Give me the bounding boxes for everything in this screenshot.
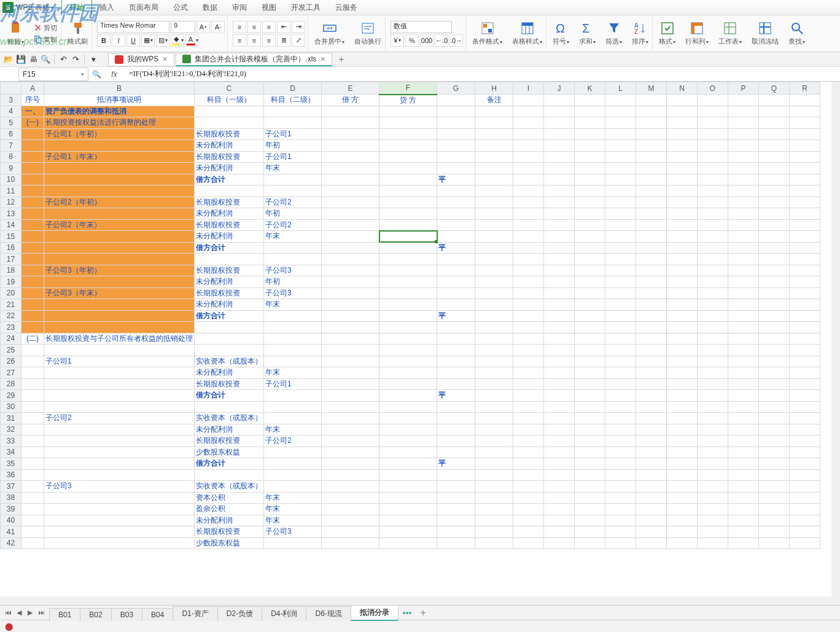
cell-L31[interactable] xyxy=(605,413,636,424)
cell-L20[interactable] xyxy=(605,287,636,299)
cell-E27[interactable] xyxy=(322,367,379,379)
cell-I30[interactable] xyxy=(513,401,544,413)
cell-I5[interactable] xyxy=(513,117,544,129)
cell-F32[interactable] xyxy=(379,424,437,435)
cell-K13[interactable] xyxy=(575,208,605,220)
cell-H18[interactable] xyxy=(475,265,513,276)
cell-H9[interactable] xyxy=(475,163,513,174)
cell-N28[interactable] xyxy=(667,378,698,390)
cell-P37[interactable] xyxy=(728,481,759,493)
cell-J35[interactable] xyxy=(544,458,575,470)
cell-K39[interactable] xyxy=(575,504,605,515)
cell-J16[interactable] xyxy=(544,242,575,254)
cell-P38[interactable] xyxy=(728,492,759,504)
cell-Q36[interactable] xyxy=(759,469,790,481)
cell-N26[interactable] xyxy=(667,356,698,367)
row-header-3[interactable]: 3 xyxy=(1,95,21,106)
cell-A40[interactable] xyxy=(21,515,44,526)
cell-H40[interactable] xyxy=(475,515,513,526)
cell-F34[interactable] xyxy=(379,447,437,458)
cell-R25[interactable] xyxy=(790,345,820,356)
cell-H22[interactable] xyxy=(475,310,513,322)
cell-N22[interactable] xyxy=(667,310,698,322)
cell-E20[interactable] xyxy=(322,287,379,299)
sheet-more-button[interactable]: ••• xyxy=(398,608,417,618)
cell-J23[interactable] xyxy=(544,322,575,334)
cell-K29[interactable] xyxy=(575,390,605,402)
cell-Q34[interactable] xyxy=(759,447,790,458)
cell-R31[interactable] xyxy=(790,413,820,424)
cell-D6[interactable]: 子公司1 xyxy=(264,128,322,140)
align-center-button[interactable]: ≡ xyxy=(247,34,261,47)
row-header-34[interactable]: 34 xyxy=(1,447,21,458)
cell-Q40[interactable] xyxy=(759,515,790,526)
cell-R38[interactable] xyxy=(790,492,820,504)
cell-M32[interactable] xyxy=(636,424,667,435)
cell-K12[interactable] xyxy=(575,197,605,208)
cell-C23[interactable] xyxy=(195,322,264,334)
cell-M9[interactable] xyxy=(636,163,667,174)
cell-N41[interactable] xyxy=(667,526,698,538)
cell-N16[interactable] xyxy=(667,242,698,254)
cell-E36[interactable] xyxy=(322,469,379,481)
cell-D26[interactable] xyxy=(264,356,322,367)
cell-D8[interactable]: 子公司1 xyxy=(264,151,322,163)
cell-O7[interactable] xyxy=(698,140,728,152)
cell-B16[interactable] xyxy=(44,242,195,254)
cell-J41[interactable] xyxy=(544,526,575,538)
cell-D32[interactable]: 年末 xyxy=(264,424,322,435)
cell-Q18[interactable] xyxy=(759,265,790,276)
cell-D25[interactable] xyxy=(264,345,322,356)
cell-K11[interactable] xyxy=(575,185,605,197)
cell-M27[interactable] xyxy=(636,367,667,379)
cell-J7[interactable] xyxy=(544,140,575,152)
cell-I40[interactable] xyxy=(513,515,544,526)
cell-O36[interactable] xyxy=(698,469,728,481)
col-header-E[interactable]: E xyxy=(322,82,379,95)
cell-I8[interactable] xyxy=(513,151,544,163)
cell-I27[interactable] xyxy=(513,367,544,379)
cell-J6[interactable] xyxy=(544,128,575,140)
cell-F12[interactable] xyxy=(379,197,437,208)
cell-B27[interactable] xyxy=(44,367,195,379)
col-header-B[interactable]: B xyxy=(44,82,195,95)
cell-N42[interactable] xyxy=(667,537,698,549)
cell-E7[interactable] xyxy=(322,140,379,152)
cell-L25[interactable] xyxy=(605,345,636,356)
cell-I41[interactable] xyxy=(513,526,544,538)
cell-J13[interactable] xyxy=(544,208,575,220)
menu-tab-1[interactable]: 插入 xyxy=(92,0,122,15)
cell-M11[interactable] xyxy=(636,185,667,197)
cell-P34[interactable] xyxy=(728,447,759,458)
fill-color-button[interactable]: ◆▾ xyxy=(171,34,184,47)
cell-G39[interactable] xyxy=(437,504,475,515)
row-header-15[interactable]: 15 xyxy=(1,231,21,243)
row-header-12[interactable]: 12 xyxy=(1,197,21,208)
cell-A6[interactable] xyxy=(21,128,44,140)
cell-L40[interactable] xyxy=(605,515,636,526)
cell-A41[interactable] xyxy=(21,526,44,538)
cell-O24[interactable] xyxy=(698,333,728,345)
cell-B38[interactable] xyxy=(44,492,195,504)
cell-L41[interactable] xyxy=(605,526,636,538)
cell-D30[interactable] xyxy=(264,401,322,413)
rowcol-button[interactable]: 行和列▾ xyxy=(682,17,712,50)
cell-Q25[interactable] xyxy=(759,345,790,356)
cell-F29[interactable] xyxy=(379,390,437,402)
cell-M20[interactable] xyxy=(636,287,667,299)
cell-C6[interactable]: 长期股权投资 xyxy=(195,128,264,140)
cell-J33[interactable] xyxy=(544,435,575,447)
cell-L37[interactable] xyxy=(605,481,636,493)
cell-B28[interactable] xyxy=(44,378,195,390)
cell-A28[interactable] xyxy=(21,378,44,390)
cell-R23[interactable] xyxy=(790,322,820,334)
row-header-8[interactable]: 8 xyxy=(1,151,21,163)
cell-R6[interactable] xyxy=(790,128,820,140)
cell-O17[interactable] xyxy=(698,254,728,265)
row-header-22[interactable]: 22 xyxy=(1,310,21,322)
cell-I17[interactable] xyxy=(513,254,544,265)
more-commands-icon[interactable]: ▾ xyxy=(88,55,98,64)
cell-K4[interactable] xyxy=(575,106,605,117)
cell-H5[interactable] xyxy=(475,117,513,129)
cell-N24[interactable] xyxy=(667,333,698,345)
